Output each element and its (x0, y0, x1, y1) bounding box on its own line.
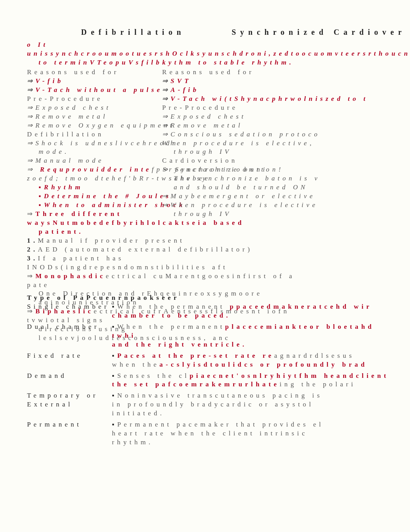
three-n3: 3.If a patient has INODs(ingdrepesndomns… (27, 254, 297, 272)
usedfor-right-3: V-Tach wi(tShynacphrwolniszed to t (162, 95, 410, 104)
three-n2: 2.AED (automated external defibrillator) (27, 245, 297, 254)
usedfor-right-2: A-fib (162, 86, 410, 95)
cardio-sync-c: and should be turned ON (174, 183, 410, 192)
heading-cardioversion: Synchronized Cardiover (232, 27, 406, 37)
row-label: Demand (27, 372, 112, 381)
row-desc: Permanent pacemaker that provides el hea… (112, 420, 398, 447)
row-desc: Senses the clpiaecnet'osnlryhiytfhm hean… (112, 372, 398, 389)
preproc-right-1: Exposed chest (162, 112, 410, 121)
three-line2: patient. (39, 228, 297, 236)
cardio-elective: When procedure is elective, (162, 139, 410, 148)
label-usedfor-right: Reasons used for (162, 68, 410, 77)
label-cardio: Cardioversion (162, 156, 410, 165)
row-desc: Noninvasive transcutaneous pacing is in … (112, 391, 398, 418)
mono-line: Monophasdicectrical cuMarentgooesinfirst… (27, 272, 297, 290)
preproc-right-3: Conscious sedation protoco (162, 130, 410, 139)
preproc-right-2: Remove metal (162, 121, 410, 130)
usedfor-right-1: SVT (162, 77, 410, 86)
three-n1: 1.Manual if provider present (27, 236, 297, 245)
row-label: Permanent (27, 420, 112, 429)
pacemaker-heading: Type of PaPcuenrnpaokseer (27, 294, 398, 303)
row-desc: When the permanent ppaceedmakneratcehd w… (112, 303, 398, 320)
table-row: Fixed rate Paces at the pre-set rate rea… (27, 352, 398, 369)
column-right: Reasons used for SVT A-fib V-Tach wi(tSh… (162, 46, 410, 219)
table-row: Temporary or External Noninvasive transc… (27, 391, 398, 418)
row-label: Dual chamber (27, 323, 112, 331)
row-desc: Paces at the pre-set rate reagnardrdlses… (112, 352, 398, 369)
label-preproc-right: Pre-Procedure (162, 104, 410, 112)
document-page: { "headers": { "left": "Defibrillation",… (0, 0, 410, 532)
row-label: Single chamber (27, 303, 112, 311)
row-desc: When the permanentplacecemiankteor bloet… (112, 323, 398, 349)
row-label: Temporary or External (27, 391, 112, 409)
cardio-sync-b: The synchronize baton is v (174, 174, 410, 183)
cardio-iv: through IV (174, 148, 410, 156)
table-row: Demand Senses the clpiaecnet'osnlryhiytf… (27, 372, 398, 389)
table-row: Dual chamber When the permanentplacecemi… (27, 323, 398, 349)
cardio-emerg: Maybeemergent or elective (162, 192, 410, 201)
heading-defibrillation: Defibrillation (81, 27, 185, 37)
row-label: Fixed rate (27, 352, 112, 360)
cardio-elective2: When procedure is elective (162, 201, 410, 210)
table-row: Permanent Permanent pacemaker that provi… (27, 420, 398, 447)
table-row: Single chamber When the permanent ppacee… (27, 303, 398, 320)
cardio-sync: Synchronize Synchronize button!button! (162, 165, 410, 174)
cardio-iv2: through IV (174, 210, 410, 219)
pacemaker-section: Type of PaPcuenrnpaokseer Single chamber… (27, 294, 398, 449)
